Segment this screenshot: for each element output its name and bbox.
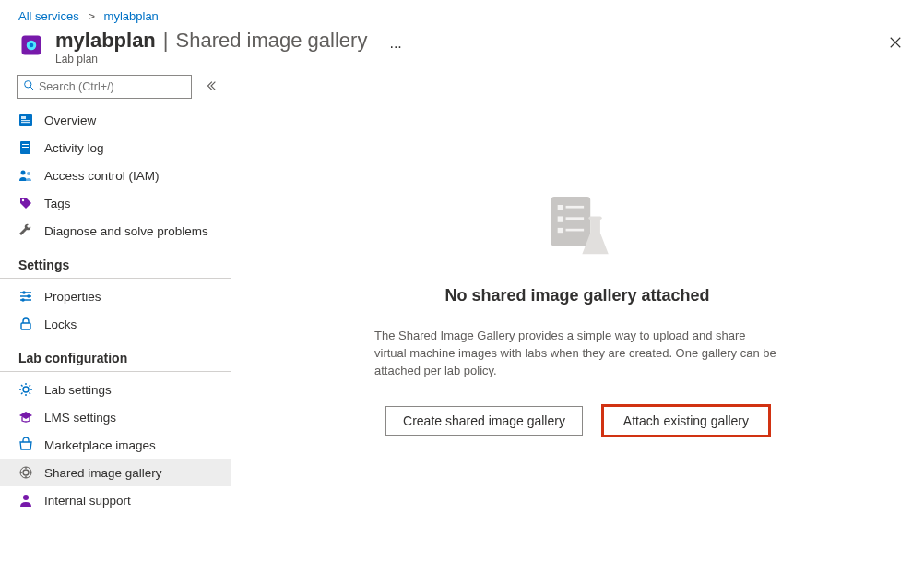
svg-point-3 xyxy=(25,81,31,88)
svg-rect-8 xyxy=(21,122,30,123)
attach-gallery-button[interactable]: Attach existing gallery xyxy=(603,406,769,436)
sidebar-item-label: Shared image gallery xyxy=(44,466,162,480)
breadcrumb: All services > mylabplan xyxy=(0,0,924,29)
page-header: mylabplan | Shared image gallery Lab pla… xyxy=(0,29,924,73)
sidebar-item-label: Tags xyxy=(44,197,71,210)
main-content: No shared image gallery attached The Sha… xyxy=(231,73,924,553)
empty-state-icon xyxy=(536,190,619,264)
svg-rect-31 xyxy=(566,218,585,221)
svg-point-23 xyxy=(23,387,29,392)
svg-point-14 xyxy=(27,172,30,175)
gear-icon xyxy=(18,382,33,397)
svg-rect-30 xyxy=(558,217,563,222)
svg-point-21 xyxy=(21,298,25,302)
svg-point-15 xyxy=(22,199,24,201)
svg-rect-27 xyxy=(551,197,591,246)
sidebar-item-label: Overview xyxy=(44,114,96,127)
sidebar-item-label: Marketplace images xyxy=(44,438,156,452)
sidebar-item-overview[interactable]: Overview xyxy=(0,106,231,134)
svg-rect-6 xyxy=(21,116,26,119)
search-input[interactable] xyxy=(39,80,185,93)
sidebar-item-diagnose[interactable]: Diagnose and solve problems xyxy=(0,217,231,245)
svg-point-17 xyxy=(22,291,26,294)
wrench-icon xyxy=(18,223,33,238)
labplan-icon xyxy=(18,32,44,58)
sidebar-item-label: Diagnose and solve problems xyxy=(44,224,208,238)
sidebar-search[interactable] xyxy=(17,75,192,99)
page-subtitle: Shared image gallery xyxy=(176,29,368,53)
collapse-sidebar-button[interactable] xyxy=(205,79,218,95)
log-icon xyxy=(18,140,33,155)
sidebar-menu[interactable]: Overview Activity log Access control (IA… xyxy=(0,106,231,553)
market-icon xyxy=(18,437,33,452)
search-icon xyxy=(23,79,35,94)
svg-rect-34 xyxy=(588,217,601,221)
sidebar-item-lab-settings[interactable]: Lab settings xyxy=(0,376,231,403)
sidebar-item-tags[interactable]: Tags xyxy=(0,189,231,217)
svg-rect-28 xyxy=(558,205,563,210)
more-actions-button[interactable]: ··· xyxy=(384,37,407,57)
sidebar: Overview Activity log Access control (IA… xyxy=(0,73,231,553)
sidebar-item-label: Internal support xyxy=(44,494,131,508)
empty-state-title: No shared image gallery attached xyxy=(444,286,709,305)
grad-icon xyxy=(18,410,33,425)
person-icon xyxy=(18,493,33,508)
sidebar-item-iam[interactable]: Access control (IAM) xyxy=(0,162,231,189)
sidebar-item-properties[interactable]: Properties xyxy=(0,282,231,310)
close-button[interactable] xyxy=(885,32,906,53)
svg-rect-32 xyxy=(558,228,563,233)
sidebar-item-shared-image-gallery[interactable]: Shared image gallery xyxy=(0,459,231,486)
svg-line-4 xyxy=(30,87,33,90)
tag-icon xyxy=(18,196,33,210)
svg-rect-29 xyxy=(566,206,585,209)
sidebar-item-label: Lab settings xyxy=(44,383,112,397)
breadcrumb-current[interactable]: mylabplan xyxy=(104,9,159,23)
sidebar-item-activity-log[interactable]: Activity log xyxy=(0,134,231,162)
svg-rect-12 xyxy=(22,150,27,150)
svg-rect-7 xyxy=(21,120,30,121)
title-separator: | xyxy=(163,29,169,53)
svg-point-24 xyxy=(23,470,29,475)
svg-rect-11 xyxy=(22,147,29,148)
sidebar-item-internal-support[interactable]: Internal support xyxy=(0,486,231,514)
lock-icon xyxy=(18,317,33,331)
sidebar-item-locks[interactable]: Locks xyxy=(0,310,231,338)
sidebar-item-label: Locks xyxy=(44,317,77,331)
svg-point-13 xyxy=(21,171,26,175)
create-gallery-button[interactable]: Create shared image gallery xyxy=(385,406,583,436)
svg-rect-33 xyxy=(566,229,585,232)
people-icon xyxy=(18,168,33,183)
svg-point-2 xyxy=(30,43,34,48)
page-title: mylabplan xyxy=(55,29,156,53)
empty-state-description: The Shared Image Gallery provides a simp… xyxy=(374,328,780,380)
svg-point-26 xyxy=(23,495,29,500)
sidebar-item-label: Properties xyxy=(44,290,101,304)
sliders-icon xyxy=(18,289,33,304)
sidebar-item-lms-settings[interactable]: LMS settings xyxy=(0,403,231,431)
resource-type-label: Lab plan xyxy=(55,53,367,66)
sidebar-item-label: Activity log xyxy=(44,141,104,155)
breadcrumb-root[interactable]: All services xyxy=(18,9,79,23)
sidebar-item-marketplace[interactable]: Marketplace images xyxy=(0,431,231,459)
sidebar-item-label: Access control (IAM) xyxy=(44,169,160,183)
overview-icon xyxy=(18,113,33,127)
sidebar-group-lab: Lab configuration xyxy=(0,338,231,372)
svg-rect-10 xyxy=(22,144,29,145)
share-gear-icon xyxy=(18,465,33,480)
sidebar-group-settings: Settings xyxy=(0,245,231,279)
chevron-right-icon: > xyxy=(88,9,95,23)
svg-point-19 xyxy=(27,294,30,298)
svg-rect-22 xyxy=(21,323,30,329)
sidebar-item-label: LMS settings xyxy=(44,411,116,425)
